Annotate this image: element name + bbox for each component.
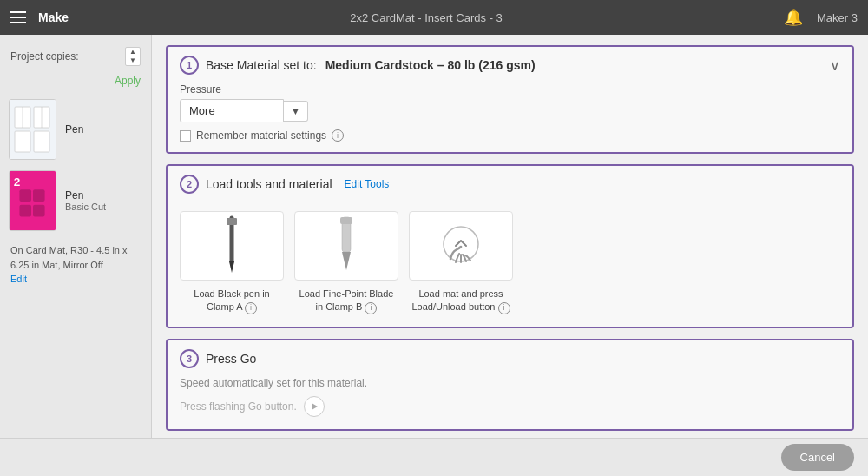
copies-up-button[interactable]: ▲ [126,48,140,56]
section1-body: Pressure More ▼ Remember material settin… [168,83,852,152]
edit-tools-link[interactable]: Edit Tools [345,178,390,190]
bottom-bar: Cancel [0,438,868,476]
blade-label: Load Fine-Point Blade in Clamp B i [294,288,398,314]
blade-svg [303,214,390,279]
pen-basic-cut-sub: Basic Cut [65,202,142,212]
mat-info-icon[interactable]: i [498,302,510,314]
sidebar-edit-link[interactable]: Edit [10,274,27,284]
section2-title: Load tools and material [206,177,332,191]
pressure-dropdown-arrow[interactable]: ▼ [284,101,308,122]
pen-item-name: Pen [65,123,142,136]
section1-header: 1 Base Material set to: Medium Cardstock… [168,47,852,83]
section1-num: 1 [180,56,199,75]
topbar-right: 🔔 Maker 3 [784,8,858,27]
sidebar-item-pen-basic-cut[interactable]: 2 Pen Basic Cut [0,165,151,236]
mat-image [409,211,513,281]
section3-header: 3 Press Go [168,340,852,377]
tool-card-blade: Load Fine-Point Blade in Clamp B i [294,211,398,314]
sidebar-item-pen[interactable]: Pen [0,94,151,165]
black-pen-svg [188,214,275,279]
section3-title-row: Press Go [206,352,840,366]
cancel-button[interactable]: Cancel [781,444,854,471]
menu-button[interactable] [10,11,26,23]
sidebar-bottom: On Card Mat, R30 - 4.5 in x 6.25 in Mat,… [0,236,151,294]
black-pen-image [180,211,284,281]
svg-rect-10 [33,189,45,202]
page-title: 2x2 CardMat - Insert Cards - 3 [69,11,784,24]
copies-stepper[interactable]: ▲ ▼ [125,47,141,66]
main-layout: Project copies: ▲ ▼ Apply [0,35,868,438]
topbar: Make 2x2 CardMat - Insert Cards - 3 🔔 Ma… [0,0,868,35]
blade-info-icon[interactable]: i [365,302,377,314]
remember-row: Remember material settings i [180,129,840,142]
pen-thumbnail [9,99,56,160]
copies-down-button[interactable]: ▼ [126,56,140,65]
blade-image [294,211,398,281]
maker-label: Maker 3 [817,11,858,24]
cut-thumb-svg: 2 [9,171,56,230]
black-pen-info-icon[interactable]: i [245,302,257,314]
mat-svg [418,214,504,279]
press-go-text: Press flashing Go button. [180,400,297,413]
card-info: On Card Mat, R30 - 4.5 in x 6.25 in Mat,… [10,243,141,272]
pen-basic-cut-thumbnail: 2 [9,170,56,231]
section1-card: 1 Base Material set to: Medium Cardstock… [166,45,854,154]
black-pen-label: Load Black pen in Clamp A i [180,288,284,314]
go-speed-text: Speed automatically set for this materia… [180,377,840,389]
tool-card-mat: Load mat and press Load/Unload button i [409,211,513,314]
section2-header: 2 Load tools and material Edit Tools [168,166,852,202]
pen-item-info: Pen [65,123,142,136]
svg-text:2: 2 [14,175,21,188]
svg-rect-12 [33,205,45,217]
pressure-label: Pressure [180,83,840,96]
pen-basic-cut-info: Pen Basic Cut [65,189,142,212]
svg-rect-16 [227,218,237,225]
remember-checkbox[interactable] [180,130,191,142]
section2-card: 2 Load tools and material Edit Tools [166,164,854,328]
tools-grid: Load Black pen in Clamp A i [168,202,852,327]
pressure-select: More ▼ [180,99,840,122]
remember-text: Remember material settings [196,129,326,142]
section3-num: 3 [180,349,199,368]
svg-rect-4 [34,131,49,152]
sidebar-top: Project copies: ▲ ▼ [0,43,151,75]
svg-marker-23 [312,403,318,410]
section3-body: Speed automatically set for this materia… [168,377,852,429]
section1-title-prefix: Base Material set to: [206,58,317,72]
svg-rect-11 [19,205,31,217]
section2-title-row: Load tools and material Edit Tools [206,177,840,191]
sidebar: Project copies: ▲ ▼ Apply [0,35,152,438]
section2-num: 2 [180,175,199,194]
svg-rect-2 [15,131,30,152]
apply-button[interactable]: Apply [0,75,151,94]
svg-rect-20 [340,217,352,224]
go-play-button[interactable] [304,396,325,417]
svg-rect-9 [19,189,31,202]
pen-basic-cut-name: Pen [65,189,142,202]
material-name: Medium Cardstock – 80 lb (216 gsm) [326,58,536,72]
bell-icon[interactable]: 🔔 [784,8,803,27]
section3-card: 3 Press Go Speed automatically set for t… [166,339,854,431]
section3-title: Press Go [206,352,256,366]
project-copies-label: Project copies: [10,50,79,63]
section1-title-row: Base Material set to: Medium Cardstock –… [206,58,823,72]
pressure-dropdown[interactable]: More [180,99,284,122]
press-go-row: Press flashing Go button. [180,396,840,417]
mat-label: Load mat and press Load/Unload button i [409,288,513,314]
app-title: Make [38,10,69,24]
main-content: 1 Base Material set to: Medium Cardstock… [152,35,868,438]
pen-thumb-svg [10,100,56,160]
tool-card-black-pen: Load Black pen in Clamp A i [180,211,284,314]
remember-info-icon[interactable]: i [332,129,344,142]
section1-chevron[interactable]: ∨ [830,57,840,74]
play-icon [309,401,319,412]
